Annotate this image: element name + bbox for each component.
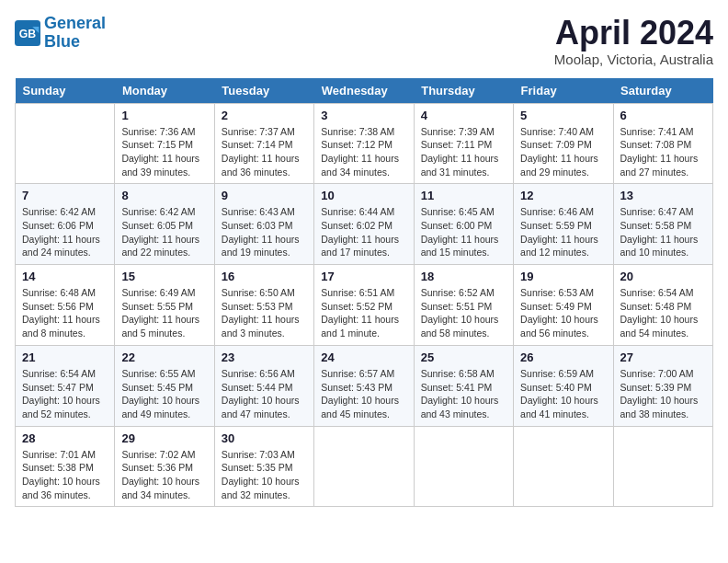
day-detail: Sunrise: 6:53 AM Sunset: 5:49 PM Dayligh…: [520, 286, 606, 340]
calendar-cell: 28Sunrise: 7:01 AM Sunset: 5:38 PM Dayli…: [16, 426, 115, 507]
logo-blue: Blue: [44, 32, 80, 51]
day-number: 8: [121, 189, 207, 202]
day-number: 19: [520, 270, 606, 283]
calendar-week-row: 7Sunrise: 6:42 AM Sunset: 6:06 PM Daylig…: [16, 184, 713, 265]
day-detail: Sunrise: 7:03 AM Sunset: 5:35 PM Dayligh…: [222, 448, 307, 502]
calendar-cell: 12Sunrise: 6:46 AM Sunset: 5:59 PM Dayli…: [514, 184, 613, 265]
day-detail: Sunrise: 6:50 AM Sunset: 5:53 PM Dayligh…: [222, 286, 307, 340]
day-detail: Sunrise: 6:42 AM Sunset: 6:05 PM Dayligh…: [121, 205, 207, 259]
logo-general: General: [44, 14, 106, 32]
day-detail: Sunrise: 6:58 AM Sunset: 5:41 PM Dayligh…: [421, 367, 506, 421]
day-number: 30: [222, 431, 307, 445]
calendar-cell: [514, 426, 613, 507]
day-number: 22: [121, 350, 207, 364]
calendar-cell: 2Sunrise: 7:37 AM Sunset: 7:14 PM Daylig…: [214, 103, 313, 184]
day-number: 25: [421, 350, 506, 364]
calendar-week-row: 28Sunrise: 7:01 AM Sunset: 5:38 PM Dayli…: [16, 426, 713, 507]
day-number: 2: [222, 109, 307, 122]
calendar-cell: 21Sunrise: 6:54 AM Sunset: 5:47 PM Dayli…: [16, 345, 115, 426]
calendar-header: SundayMondayTuesdayWednesdayThursdayFrid…: [16, 78, 713, 104]
day-number: 29: [121, 431, 207, 445]
calendar-week-row: 14Sunrise: 6:48 AM Sunset: 5:56 PM Dayli…: [16, 265, 713, 346]
calendar-cell: 15Sunrise: 6:49 AM Sunset: 5:55 PM Dayli…: [115, 265, 214, 346]
day-detail: Sunrise: 7:38 AM Sunset: 7:12 PM Dayligh…: [321, 125, 406, 179]
calendar-cell: 9Sunrise: 6:43 AM Sunset: 6:03 PM Daylig…: [214, 184, 313, 265]
day-detail: Sunrise: 6:57 AM Sunset: 5:43 PM Dayligh…: [321, 367, 406, 421]
calendar-cell: 7Sunrise: 6:42 AM Sunset: 6:06 PM Daylig…: [16, 184, 115, 265]
day-detail: Sunrise: 6:56 AM Sunset: 5:44 PM Dayligh…: [222, 367, 307, 421]
month-title: April 2024: [554, 15, 713, 52]
calendar-body: 1Sunrise: 7:36 AM Sunset: 7:15 PM Daylig…: [16, 103, 713, 507]
day-number: 15: [121, 270, 207, 283]
day-number: 3: [321, 109, 406, 122]
calendar-cell: 17Sunrise: 6:51 AM Sunset: 5:52 PM Dayli…: [314, 265, 414, 346]
title-block: April 2024 Moolap, Victoria, Australia: [554, 15, 713, 67]
calendar-cell: 8Sunrise: 6:42 AM Sunset: 6:05 PM Daylig…: [115, 184, 214, 265]
calendar-cell: 30Sunrise: 7:03 AM Sunset: 5:35 PM Dayli…: [214, 426, 313, 507]
calendar-cell: 14Sunrise: 6:48 AM Sunset: 5:56 PM Dayli…: [16, 265, 115, 346]
day-number: 14: [22, 270, 108, 283]
calendar-cell: 24Sunrise: 6:57 AM Sunset: 5:43 PM Dayli…: [314, 345, 414, 426]
day-detail: Sunrise: 7:37 AM Sunset: 7:14 PM Dayligh…: [222, 125, 307, 179]
day-number: 4: [421, 109, 506, 122]
day-number: 16: [222, 270, 307, 283]
day-number: 23: [222, 350, 307, 364]
calendar-week-row: 21Sunrise: 6:54 AM Sunset: 5:47 PM Dayli…: [16, 345, 713, 426]
calendar-cell: 5Sunrise: 7:40 AM Sunset: 7:09 PM Daylig…: [514, 103, 613, 184]
day-number: 11: [421, 189, 506, 202]
calendar-table: SundayMondayTuesdayWednesdayThursdayFrid…: [15, 78, 713, 508]
weekday-header: Monday: [115, 78, 214, 104]
day-number: 1: [121, 109, 207, 122]
day-detail: Sunrise: 6:45 AM Sunset: 6:00 PM Dayligh…: [421, 205, 506, 259]
day-detail: Sunrise: 6:59 AM Sunset: 5:40 PM Dayligh…: [520, 367, 606, 421]
day-detail: Sunrise: 6:44 AM Sunset: 6:02 PM Dayligh…: [321, 205, 406, 259]
day-number: 12: [520, 189, 606, 202]
day-number: 9: [222, 189, 307, 202]
day-number: 10: [321, 189, 406, 202]
calendar-cell: 22Sunrise: 6:55 AM Sunset: 5:45 PM Dayli…: [115, 345, 214, 426]
weekday-header: Wednesday: [314, 78, 414, 104]
day-detail: Sunrise: 7:39 AM Sunset: 7:11 PM Dayligh…: [421, 125, 506, 179]
calendar-cell: 6Sunrise: 7:41 AM Sunset: 7:08 PM Daylig…: [613, 103, 712, 184]
day-detail: Sunrise: 6:54 AM Sunset: 5:48 PM Dayligh…: [620, 286, 706, 340]
day-number: 24: [321, 350, 406, 364]
calendar-cell: 26Sunrise: 6:59 AM Sunset: 5:40 PM Dayli…: [514, 345, 613, 426]
calendar-cell: 20Sunrise: 6:54 AM Sunset: 5:48 PM Dayli…: [613, 265, 712, 346]
day-number: 7: [22, 189, 108, 202]
day-number: 6: [620, 109, 706, 122]
day-detail: Sunrise: 6:43 AM Sunset: 6:03 PM Dayligh…: [222, 205, 307, 259]
weekday-header: Thursday: [414, 78, 513, 104]
day-number: 26: [520, 350, 606, 364]
day-detail: Sunrise: 7:01 AM Sunset: 5:38 PM Dayligh…: [22, 448, 108, 502]
day-detail: Sunrise: 6:46 AM Sunset: 5:59 PM Dayligh…: [520, 205, 606, 259]
day-number: 18: [421, 270, 506, 283]
day-number: 21: [22, 350, 108, 364]
day-detail: Sunrise: 6:48 AM Sunset: 5:56 PM Dayligh…: [22, 286, 108, 340]
calendar-cell: 25Sunrise: 6:58 AM Sunset: 5:41 PM Dayli…: [414, 345, 513, 426]
day-detail: Sunrise: 7:40 AM Sunset: 7:09 PM Dayligh…: [520, 125, 606, 179]
calendar-cell: 1Sunrise: 7:36 AM Sunset: 7:15 PM Daylig…: [115, 103, 214, 184]
weekday-header: Sunday: [16, 78, 115, 104]
weekday-header: Saturday: [613, 78, 712, 104]
header-row: SundayMondayTuesdayWednesdayThursdayFrid…: [16, 78, 713, 104]
day-detail: Sunrise: 6:54 AM Sunset: 5:47 PM Dayligh…: [22, 367, 108, 421]
calendar-cell: [314, 426, 414, 507]
calendar-cell: 16Sunrise: 6:50 AM Sunset: 5:53 PM Dayli…: [214, 265, 313, 346]
calendar-cell: 10Sunrise: 6:44 AM Sunset: 6:02 PM Dayli…: [314, 184, 414, 265]
day-number: 13: [620, 189, 706, 202]
calendar-cell: 23Sunrise: 6:56 AM Sunset: 5:44 PM Dayli…: [214, 345, 313, 426]
day-detail: Sunrise: 6:47 AM Sunset: 5:58 PM Dayligh…: [620, 205, 706, 259]
day-number: 17: [321, 270, 406, 283]
day-detail: Sunrise: 6:52 AM Sunset: 5:51 PM Dayligh…: [421, 286, 506, 340]
calendar-week-row: 1Sunrise: 7:36 AM Sunset: 7:15 PM Daylig…: [16, 103, 713, 184]
logo-icon: GB: [15, 20, 40, 46]
calendar-cell: [613, 426, 712, 507]
calendar-cell: 27Sunrise: 7:00 AM Sunset: 5:39 PM Dayli…: [613, 345, 712, 426]
weekday-header: Tuesday: [214, 78, 313, 104]
calendar-cell: [16, 103, 115, 184]
day-detail: Sunrise: 6:42 AM Sunset: 6:06 PM Dayligh…: [22, 205, 108, 259]
calendar-cell: 11Sunrise: 6:45 AM Sunset: 6:00 PM Dayli…: [414, 184, 513, 265]
calendar-cell: 18Sunrise: 6:52 AM Sunset: 5:51 PM Dayli…: [414, 265, 513, 346]
calendar-cell: [414, 426, 513, 507]
calendar-cell: 29Sunrise: 7:02 AM Sunset: 5:36 PM Dayli…: [115, 426, 214, 507]
